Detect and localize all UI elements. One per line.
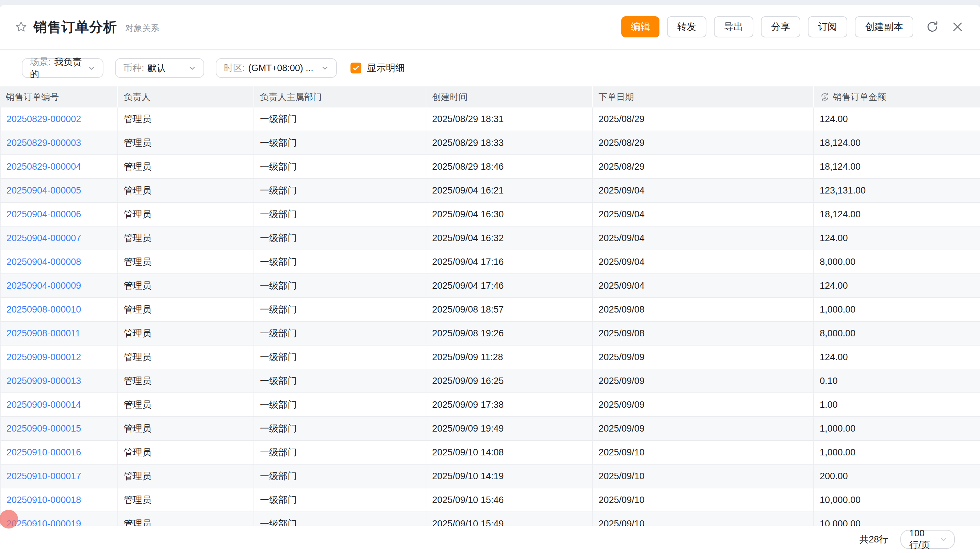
report-modal: 销售订单分析 对象关系 编辑 转发 导出 分享 订阅 创建副本 (0, 5, 980, 553)
cell-order-no: 20250910-000016 (0, 441, 118, 464)
order-link[interactable]: 20250904-000008 (6, 257, 81, 267)
cell-created-at: 2025/09/04 16:21 (426, 179, 593, 202)
order-link[interactable]: 20250910-000018 (6, 495, 81, 505)
cell-created-at: 2025/09/08 19:26 (426, 322, 593, 345)
cell-created-at: 2025/09/09 19:49 (426, 417, 593, 440)
orders-table: 销售订单编号 负责人 负责人主属部门 创建时间 下单日期 $ 销售订单金额 20… (0, 86, 980, 526)
cell-order-date: 2025/09/10 (593, 465, 814, 488)
star-icon[interactable] (15, 21, 27, 33)
order-link[interactable]: 20250910-000016 (6, 447, 81, 458)
order-link[interactable]: 20250904-000005 (6, 185, 81, 196)
cell-department: 一级部门 (254, 298, 426, 321)
cell-order-date: 2025/09/10 (593, 488, 814, 512)
order-link[interactable]: 20250910-000017 (6, 471, 81, 481)
table-row: 20250829-000004管理员一级部门2025/08/29 18:4620… (0, 155, 980, 179)
chevron-down-icon (321, 64, 329, 72)
currency-filter-dropdown[interactable]: 币种:默认 (115, 58, 204, 78)
subscribe-button[interactable]: 订阅 (808, 16, 847, 37)
order-link[interactable]: 20250909-000014 (6, 400, 81, 410)
order-link[interactable]: 20250904-000006 (6, 209, 81, 220)
page-size-select[interactable]: 100行/页 (900, 530, 955, 549)
cell-order-date: 2025/09/04 (593, 227, 814, 249)
timezone-filter-dropdown[interactable]: 时区:(GMT+08:00) ... (216, 58, 337, 78)
order-link[interactable]: 20250829-000003 (6, 138, 81, 148)
order-link[interactable]: 20250904-000007 (6, 233, 81, 243)
cell-order-no: 20250904-000005 (0, 179, 118, 202)
cell-order-no: 20250909-000015 (0, 417, 118, 440)
cell-order-date: 2025/09/04 (593, 179, 814, 202)
order-link[interactable]: 20250909-000013 (6, 376, 81, 386)
cell-created-at: 2025/08/29 18:31 (426, 108, 593, 130)
share-button[interactable]: 分享 (761, 16, 800, 37)
row-count-label: 共28行 (859, 533, 888, 545)
cell-amount: 0.10 (814, 369, 980, 393)
table-row: 20250909-000012管理员一级部门2025/09/09 11:2820… (0, 346, 980, 369)
refresh-icon[interactable] (925, 19, 940, 34)
cell-department: 一级部门 (254, 346, 426, 369)
cell-amount: 8,000.00 (814, 250, 980, 273)
show-detail-toggle[interactable]: 显示明细 (350, 62, 405, 75)
cell-order-no: 20250910-000017 (0, 465, 118, 488)
filter-bar: 场景:我负责的 币种:默认 时区:(GMT+08:00) ... 显示明细 (0, 50, 980, 86)
cell-amount: 10,000.00 (814, 488, 980, 512)
title-wrap: 销售订单分析 对象关系 (15, 17, 159, 37)
scene-filter-dropdown[interactable]: 场景:我负责的 (22, 58, 103, 78)
cell-department: 一级部门 (254, 322, 426, 345)
page-size-value: 100行/页 (909, 528, 934, 551)
pagination-footer: 共28行 100行/页 (0, 526, 980, 553)
cell-amount: 123,131.00 (814, 179, 980, 202)
col-amount[interactable]: $ 销售订单金额 (814, 86, 980, 108)
cell-owner: 管理员 (118, 393, 254, 416)
page-subtitle: 对象关系 (125, 22, 159, 34)
col-owner[interactable]: 负责人 (118, 86, 254, 108)
svg-text:$: $ (824, 95, 826, 100)
export-button[interactable]: 导出 (714, 16, 753, 37)
cell-amount: 18,124.00 (814, 155, 980, 178)
order-link[interactable]: 20250829-000002 (6, 114, 81, 124)
cell-owner: 管理员 (118, 274, 254, 297)
cell-order-date: 2025/08/29 (593, 108, 814, 130)
cell-order-date: 2025/09/04 (593, 203, 814, 226)
order-link[interactable]: 20250909-000015 (6, 423, 81, 434)
col-created-at[interactable]: 创建时间 (426, 86, 593, 108)
cell-order-date: 2025/09/08 (593, 322, 814, 345)
table-row: 20250904-000008管理员一级部门2025/09/04 17:1620… (0, 250, 980, 274)
header-actions: 编辑 转发 导出 分享 订阅 创建副本 (621, 16, 965, 37)
table-row: 20250904-000005管理员一级部门2025/09/04 16:2120… (0, 179, 980, 203)
col-department[interactable]: 负责人主属部门 (254, 86, 426, 108)
forward-button[interactable]: 转发 (667, 16, 706, 37)
cell-created-at: 2025/09/09 16:25 (426, 369, 593, 393)
table-row: 20250908-000011管理员一级部门2025/09/08 19:2620… (0, 322, 980, 346)
table-row: 20250909-000013管理员一级部门2025/09/09 16:2520… (0, 369, 980, 393)
table-row: 20250904-000007管理员一级部门2025/09/04 16:3220… (0, 227, 980, 250)
table-row: 20250904-000009管理员一级部门2025/09/04 17:4620… (0, 274, 980, 298)
cell-order-no: 20250904-000008 (0, 250, 118, 273)
chevron-down-icon (188, 64, 197, 72)
order-link[interactable]: 20250908-000010 (6, 304, 81, 315)
currency-filter-text: 币种:默认 (123, 62, 166, 74)
cell-amount: 200.00 (814, 465, 980, 488)
cell-amount: 1,000.00 (814, 417, 980, 440)
col-order-no[interactable]: 销售订单编号 (0, 86, 118, 108)
col-order-date[interactable]: 下单日期 (593, 86, 814, 108)
duplicate-button[interactable]: 创建副本 (855, 16, 913, 37)
table-row: 20250909-000015管理员一级部门2025/09/09 19:4920… (0, 417, 980, 441)
order-link[interactable]: 20250908-000011 (6, 328, 80, 339)
cell-order-date: 2025/09/08 (593, 298, 814, 321)
order-link[interactable]: 20250904-000009 (6, 281, 81, 291)
cell-department: 一级部门 (254, 393, 426, 416)
table-row: 20250910-000016管理员一级部门2025/09/10 14:0820… (0, 441, 980, 465)
cell-amount: 124.00 (814, 274, 980, 297)
cell-owner: 管理员 (118, 131, 254, 154)
order-link[interactable]: 20250909-000012 (6, 352, 81, 362)
floating-assistant-button[interactable] (0, 510, 18, 529)
order-link[interactable]: 20250829-000004 (6, 162, 81, 172)
table-row: 20250909-000014管理员一级部门2025/09/09 17:3820… (0, 393, 980, 417)
close-icon[interactable] (950, 19, 965, 34)
edit-button[interactable]: 编辑 (621, 16, 659, 37)
cell-order-no: 20250904-000009 (0, 274, 118, 297)
cell-order-date: 2025/09/09 (593, 417, 814, 440)
checkbox-checked-icon[interactable] (350, 63, 361, 73)
cell-owner: 管理员 (118, 227, 254, 249)
cell-order-no: 20250909-000014 (0, 393, 118, 416)
